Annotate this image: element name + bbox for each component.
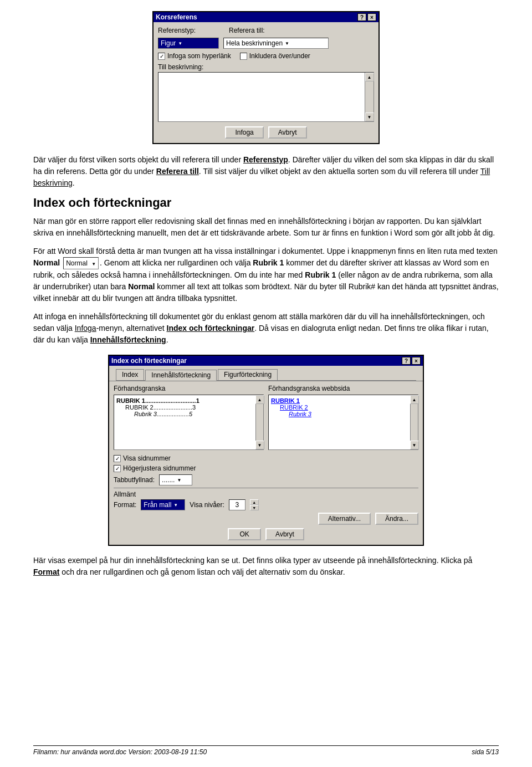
paragraph4: Att infoga en innehållsförteckning till …: [33, 311, 499, 346]
dialog1-title: Korsreferens: [156, 13, 197, 21]
visa-sidnummer-label: Visa sidnummer: [123, 454, 171, 462]
infoga-hyperlank-label: Infoga som hyperlänk: [167, 52, 231, 60]
hogerjustera-checkbox[interactable]: ✓: [114, 465, 121, 472]
infoga-button[interactable]: Infoga: [225, 126, 263, 139]
referenstyp-bold: Referenstyp: [243, 155, 288, 164]
infoga-meny-underline: Infoga: [75, 324, 96, 333]
format-bold: Format: [33, 567, 59, 576]
scroll-down-arrow[interactable]: ▼: [365, 113, 374, 121]
dialog1-checkbox-row: ✓ Infoga som hyperlänk Inkludera över/un…: [158, 52, 374, 60]
till-beskrivning-textarea[interactable]: ▲ ▼: [158, 72, 374, 122]
referera-till-arrow: ▼: [285, 41, 289, 46]
dialog1-button-row: Infoga Avbryt: [158, 126, 374, 139]
till-beskrivning-underline: Till beskrivning: [33, 167, 490, 187]
dialog2-help-button[interactable]: ?: [402, 357, 411, 365]
tab-figurforteckning[interactable]: Figurförteckning: [218, 369, 278, 380]
dialog2-tabs-container: Index Innehållsförteckning Figurförteckn…: [109, 369, 423, 381]
allmant-label: Allmänt: [114, 490, 418, 498]
visa-nivaer-input[interactable]: 3: [229, 499, 245, 510]
preview-box: RUBRIK 1..............................1 …: [114, 395, 264, 450]
visa-sidnummer-row: ✓ Visa sidnummer: [114, 454, 418, 462]
inkludera-checkbox[interactable]: [240, 53, 247, 60]
tabbutfyllnad-arrow: ▼: [177, 478, 181, 483]
dialog2-separator: [114, 488, 418, 488]
nivaer-down[interactable]: ▼: [250, 505, 259, 510]
infoga-hyperlank-checkbox-item: ✓ Infoga som hyperlänk: [158, 52, 231, 60]
dialog1-referenstyp-row: Referenstyp: Referera till:: [158, 27, 374, 34]
dialog2-close-button[interactable]: ×: [412, 357, 421, 365]
preview-webb-rubrik1: RUBRIK 1: [271, 397, 416, 404]
preview-webb-rubrik2: RUBRIK 2: [280, 404, 416, 411]
hogerjustera-row: ✓ Högerjustera sidnummer: [114, 464, 418, 472]
preview-rubrik1: RUBRIK 1..............................1: [116, 397, 261, 404]
preview-webb-scrollbar[interactable]: ▲ ▼: [410, 395, 418, 449]
dialog2-titlebar-buttons: ? ×: [402, 357, 421, 365]
page-footer: Filnamn: hur använda word.doc Version: 2…: [33, 745, 499, 756]
rubrik1-bold2: Rubrik 1: [305, 270, 336, 279]
visa-sidnummer-checkbox[interactable]: ✓: [114, 455, 121, 462]
section-heading: Index och förteckningar: [33, 196, 499, 210]
rubrik1-bold: Rubrik 1: [253, 258, 284, 267]
normal-text-bold2: Normal: [128, 282, 155, 291]
inkludera-label: Inkludera över/under: [249, 52, 310, 60]
ok-button[interactable]: OK: [228, 528, 261, 540]
dialog1-titlebar-buttons: ? ×: [357, 13, 376, 21]
innehallsforteckning-bold: Innehållsförteckning: [90, 335, 166, 344]
preview-scroll-up[interactable]: ▲: [255, 395, 264, 404]
preview-webb-box: RUBRIK 1 RUBRIK 2 Rubrik 3 ▲ ▼: [268, 395, 418, 450]
till-beskrivning-label: Till beskrivning:: [158, 63, 374, 71]
referera-till-select[interactable]: Hela beskrivningen ▼: [223, 38, 329, 49]
alternativ-button[interactable]: Alternativ...: [318, 513, 371, 525]
preview-webb-scroll-up[interactable]: ▲: [410, 395, 419, 404]
nivaer-spinner: ▲ ▼: [250, 499, 259, 510]
normal-text-bold: Normal: [33, 258, 60, 267]
paragraph3: För att Word skall förstå detta är man t…: [33, 246, 499, 304]
paragraph5: Här visas exempel på hur din innehållsfö…: [33, 555, 499, 578]
tabbutfyllnad-select[interactable]: ....... ▼: [159, 474, 192, 485]
footer-filename: Filnamn: hur använda word.doc Version: 2…: [33, 748, 207, 756]
preview-rubrik3: Rubrik 3...................5: [134, 411, 261, 417]
dialog1-titlebar: Korsreferens ? ×: [154, 12, 378, 22]
dialog1-close-button[interactable]: ×: [367, 13, 376, 21]
visa-nivaer-label: Visa nivåer:: [190, 501, 224, 509]
korsreferens-dialog: Korsreferens ? × Referenstyp: Referera t…: [152, 11, 380, 144]
andra-button[interactable]: Ändra...: [375, 513, 418, 525]
dialog2-body: Förhandsgranska RUBRIK 1................…: [109, 381, 423, 545]
dialog2-right-buttons: Alternativ... Ändra...: [114, 513, 418, 525]
preview-webb-scroll-down[interactable]: ▼: [410, 441, 419, 449]
dialog2-tabs: Index Innehållsförteckning Figurförteckn…: [116, 369, 416, 381]
format-label: Format:: [114, 501, 136, 509]
dialog2-title: Index och förteckningar: [111, 357, 187, 365]
dialog2-options: ✓ Visa sidnummer ✓ Högerjustera sidnumme…: [114, 454, 418, 485]
textarea-scrollbar[interactable]: ▲ ▼: [365, 73, 374, 121]
tab-innehallsforteckning[interactable]: Innehållsförteckning: [145, 370, 217, 381]
dialog2-titlebar: Index och förteckningar ? ×: [109, 356, 423, 366]
dialog1-avbryt-button[interactable]: Avbryt: [268, 126, 307, 139]
dialog2-button-row: OK Avbryt: [114, 528, 418, 540]
dialog1-help-button[interactable]: ?: [357, 13, 366, 21]
tabbutfyllnad-label: Tabbutfyllnad:: [114, 476, 155, 484]
preview-scroll-down[interactable]: ▼: [255, 441, 264, 449]
format-arrow: ▼: [173, 503, 178, 508]
format-row: Format: Från mall ▼ Visa nivåer: 3 ▲ ▼: [114, 499, 418, 510]
normal-dropdown[interactable]: Normal ▼: [63, 257, 99, 269]
referera-till-label: Referera till:: [229, 27, 273, 34]
scroll-up-arrow[interactable]: ▲: [365, 73, 374, 81]
referera-till-bold: Referera till: [156, 167, 199, 176]
page-content: Korsreferens ? × Referenstyp: Referera t…: [0, 0, 532, 618]
dialog2-avbryt-button[interactable]: Avbryt: [265, 528, 304, 540]
index-dialog: Index och förteckningar ? × Index Innehå…: [108, 355, 424, 546]
preview-scrollbar[interactable]: ▲ ▼: [255, 395, 263, 449]
normal-dropdown-arrow: ▼: [91, 262, 96, 267]
paragraph1: Där väljer du först vilken sorts objekt …: [33, 154, 499, 189]
infoga-hyperlank-checkbox[interactable]: ✓: [158, 53, 165, 60]
referenstyp-select[interactable]: Figur ▼: [158, 38, 219, 49]
tabbutfyllnad-row: Tabbutfyllnad: ....... ▼: [114, 474, 418, 485]
tab-index[interactable]: Index: [116, 369, 144, 380]
format-select[interactable]: Från mall ▼: [141, 499, 185, 510]
paragraph2: När man gör en större rapport eller redo…: [33, 216, 499, 239]
dialog2-preview-row: Förhandsgranska RUBRIK 1................…: [114, 385, 418, 450]
inkludera-checkbox-item: Inkludera över/under: [240, 52, 310, 60]
preview-webb-rubrik3: Rubrik 3: [289, 411, 416, 417]
nivaer-up[interactable]: ▲: [250, 499, 259, 505]
